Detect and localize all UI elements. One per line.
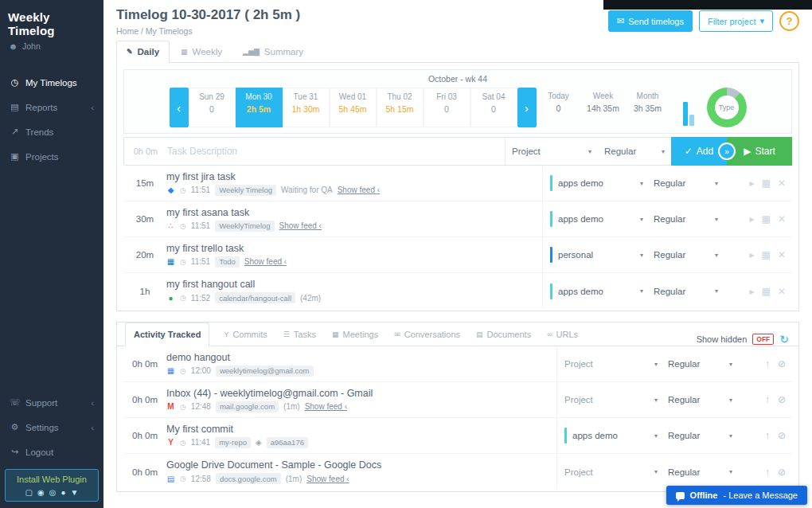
sidebar-item-support[interactable]: ☏ Support ‹ xyxy=(0,390,103,415)
delete-icon[interactable]: ✕ xyxy=(778,249,786,260)
day-cell-mon-selected[interactable]: Mon 30 2h 5m xyxy=(236,88,283,127)
project-select[interactable]: apps demo ▾ xyxy=(542,201,650,236)
type-donut-chart[interactable]: Type xyxy=(707,88,747,127)
calendar-icon[interactable]: ▦ xyxy=(762,213,771,225)
desktop-icon[interactable]: ▢ xyxy=(25,488,33,497)
delete-icon[interactable]: ✕ xyxy=(778,286,786,297)
tab-daily[interactable]: ✎ Daily xyxy=(116,41,170,63)
type-select[interactable]: Regular ▾ xyxy=(650,273,725,309)
fast-forward-icon[interactable]: » xyxy=(718,143,736,160)
sidebar-item-logout[interactable]: ↪ Logout xyxy=(0,440,103,464)
hide-icon[interactable]: ⊘ xyxy=(778,467,786,478)
type-select[interactable]: Regular ▾ xyxy=(665,454,740,490)
promote-icon[interactable]: ↑ xyxy=(765,394,770,405)
new-task-type-select[interactable]: Regular ▾ xyxy=(598,147,671,156)
show-feed-link[interactable]: Show feed ‹ xyxy=(244,257,287,266)
tab-summary-label: Summary xyxy=(264,47,303,57)
install-web-plugin-button[interactable]: Install Web Plugin ▢ ◉ ◎ ● ▼ xyxy=(5,469,99,502)
show-feed-link[interactable]: Show feed ‹ xyxy=(306,475,349,483)
type-select[interactable]: Regular ▾ xyxy=(650,166,725,201)
promote-icon[interactable]: ↑ xyxy=(765,430,770,441)
task-title[interactable]: my first jira task xyxy=(166,171,537,182)
project-select[interactable]: Project ▾ xyxy=(556,454,665,490)
day-cell-tue[interactable]: Tue 31 1h 30m xyxy=(283,88,330,127)
task-title[interactable]: my first hangout call xyxy=(166,279,537,290)
sidebar-item-my-timelogs[interactable]: ◷ My Timelogs xyxy=(0,70,103,95)
location-pin-icon[interactable]: ▼ xyxy=(71,488,79,497)
day-cell-fri[interactable]: Fri 03 0 xyxy=(424,88,470,127)
activity-title[interactable]: My first commit xyxy=(166,424,552,435)
day-cell-thu[interactable]: Thu 02 5h 15m xyxy=(377,88,424,127)
tab-commits[interactable]: Y Commits xyxy=(222,323,268,346)
project-select[interactable]: apps demo ▾ xyxy=(542,273,650,309)
delete-icon[interactable]: ✕ xyxy=(778,178,786,189)
send-timelogs-button[interactable]: ✉ Send timelogs xyxy=(608,10,693,32)
sidebar-item-settings[interactable]: ⚙ Settings ‹ xyxy=(0,415,103,440)
promote-icon[interactable]: ↑ xyxy=(765,467,770,478)
tab-conversations[interactable]: ✉ Conversations xyxy=(392,323,462,346)
project-select[interactable]: apps demo ▾ xyxy=(556,418,665,453)
next-week-button[interactable]: › xyxy=(517,88,537,127)
prev-week-button[interactable]: ‹ xyxy=(170,88,189,127)
delete-icon[interactable]: ✕ xyxy=(778,213,786,225)
calendar-icon[interactable]: ▦ xyxy=(762,286,771,297)
play-icon[interactable]: ▸ xyxy=(750,286,755,297)
tab-meetings[interactable]: ▦ Meetings xyxy=(330,323,380,346)
type-select[interactable]: Regular ▾ xyxy=(650,237,725,272)
task-title[interactable]: my first asana task xyxy=(166,207,537,218)
sidebar-item-trends[interactable]: ↗ Trends xyxy=(0,119,103,144)
day-cell-sun[interactable]: Sun 29 0 xyxy=(189,88,236,127)
activity-title[interactable]: Google Drive Document - Sample - Google … xyxy=(166,459,552,471)
opera-icon[interactable]: ● xyxy=(61,488,65,497)
activity-title[interactable]: demo hangout xyxy=(166,352,552,363)
new-task-project-select[interactable]: Project ▾ xyxy=(506,147,598,156)
user-menu[interactable]: ☻ John xyxy=(0,39,103,57)
filter-project-button[interactable]: Filter project ▾ xyxy=(699,10,773,32)
hide-icon[interactable]: ⊘ xyxy=(778,430,786,441)
show-feed-link[interactable]: Show feed ‹ xyxy=(338,186,380,194)
tab-urls[interactable]: ∞ URLs xyxy=(545,323,580,346)
tab-summary[interactable]: ▂▅▇ Summary xyxy=(233,41,313,62)
calendar-icon[interactable]: ▦ xyxy=(762,178,771,189)
type-select[interactable]: Regular ▾ xyxy=(665,382,740,417)
day-label: Thu 02 xyxy=(379,92,421,101)
tab-activity-tracked[interactable]: Activity Tracked xyxy=(125,322,209,346)
type-select[interactable]: Regular ▾ xyxy=(665,346,740,381)
type-select[interactable]: Regular ▾ xyxy=(665,418,740,453)
help-button[interactable]: ? xyxy=(779,11,799,31)
task-description-input[interactable] xyxy=(167,146,505,157)
promote-icon[interactable]: ↑ xyxy=(765,358,770,369)
project-select[interactable]: Project ▾ xyxy=(556,346,665,381)
tab-weekly-label: Weekly xyxy=(193,47,223,57)
activity-title[interactable]: Inbox (44) - weeklytimelog@gmail.com - G… xyxy=(166,388,552,399)
chrome-icon[interactable]: ◎ xyxy=(49,488,57,497)
hide-icon[interactable]: ⊘ xyxy=(778,358,786,369)
refresh-icon[interactable]: ↻ xyxy=(779,333,789,346)
day-cell-wed[interactable]: Wed 01 5h 45m xyxy=(330,88,377,127)
task-time: 11:51 xyxy=(191,221,210,230)
task-title[interactable]: my first trello task xyxy=(166,243,537,254)
breadcrumb-home[interactable]: Home xyxy=(116,26,139,36)
play-icon[interactable]: ▸ xyxy=(750,213,755,225)
tab-tasks[interactable]: ☰ Tasks xyxy=(282,323,318,346)
show-feed-link[interactable]: Show feed ‹ xyxy=(279,221,322,230)
firefox-icon[interactable]: ◉ xyxy=(37,488,45,497)
sidebar-item-reports[interactable]: ▤ Reports ‹ xyxy=(0,95,103,119)
play-icon[interactable]: ▸ xyxy=(750,249,755,260)
show-feed-link[interactable]: Show feed ‹ xyxy=(305,402,347,411)
tab-documents[interactable]: ▤ Documents xyxy=(474,323,533,346)
tab-weekly[interactable]: ▦ Weekly xyxy=(171,41,232,62)
play-icon[interactable]: ▸ xyxy=(750,178,755,189)
show-hidden-toggle[interactable]: OFF xyxy=(752,334,774,345)
day-cell-sat[interactable]: Sat 04 0 xyxy=(470,88,517,127)
start-timer-button[interactable]: ▶ Start xyxy=(727,137,792,166)
calendar-icon[interactable]: ▦ xyxy=(762,249,771,260)
offline-chat-badge[interactable]: Offline - Leave a Message xyxy=(666,486,807,505)
sidebar-item-projects[interactable]: ▣ Projects xyxy=(0,144,103,169)
project-select[interactable]: apps demo ▾ xyxy=(542,166,650,201)
type-select[interactable]: Regular ▾ xyxy=(650,201,725,236)
breadcrumb-current[interactable]: My Timelogs xyxy=(146,26,193,36)
project-select[interactable]: personal ▾ xyxy=(542,237,650,272)
hide-icon[interactable]: ⊘ xyxy=(778,394,786,405)
project-select[interactable]: Project ▾ xyxy=(556,382,665,417)
